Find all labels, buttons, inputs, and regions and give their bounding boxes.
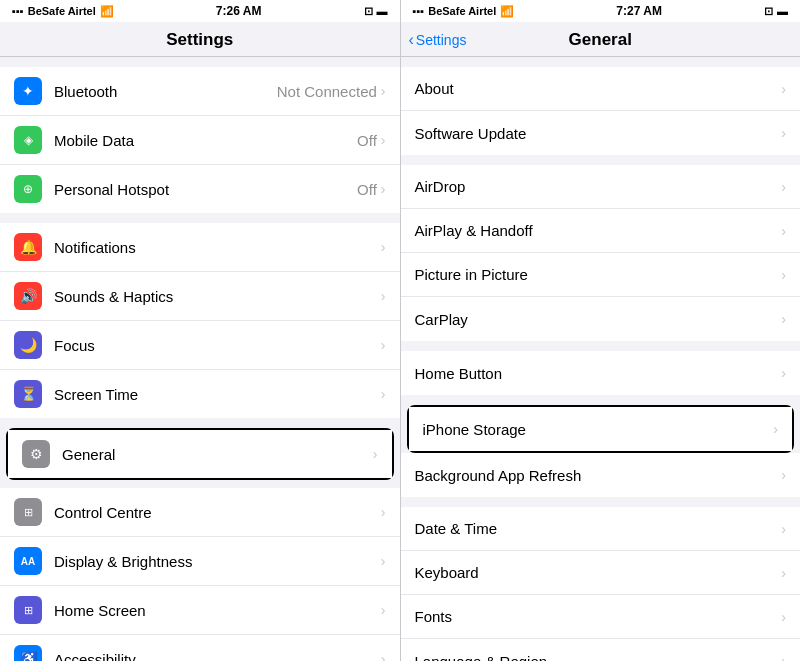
keyboard-item[interactable]: Keyboard › <box>401 551 801 595</box>
background-refresh-item[interactable]: Background App Refresh › <box>401 453 801 497</box>
software-update-item[interactable]: Software Update › <box>401 111 801 155</box>
personal-hotspot-icon: ⊕ <box>14 175 42 203</box>
sounds-chevron: › <box>381 288 386 304</box>
fonts-label: Fonts <box>415 608 782 625</box>
left-status-carrier: ▪▪▪ BeSafe Airtel 📶 <box>12 5 114 18</box>
display-chevron: › <box>381 553 386 569</box>
general-icon: ⚙ <box>22 440 50 468</box>
control-centre-chevron: › <box>381 504 386 520</box>
about-item[interactable]: About › <box>401 67 801 111</box>
notifications-item[interactable]: 🔔 Notifications › <box>0 223 400 272</box>
focus-item[interactable]: 🌙 Focus › <box>0 321 400 370</box>
left-section-appearance: ⊞ Control Centre › AA Display & Brightne… <box>0 488 400 661</box>
left-status-icons: ⊡ ▬ <box>364 5 388 18</box>
general-label: General <box>62 446 373 463</box>
screen-time-chevron: › <box>381 386 386 402</box>
connectivity-list: ✦ Bluetooth Not Connected › ◈ Mobile Dat… <box>0 67 400 213</box>
system-list: 🔔 Notifications › 🔊 Sounds & Haptics › 🌙 <box>0 223 400 418</box>
mobile-data-chevron: › <box>381 132 386 148</box>
left-nav-bar: Settings <box>0 22 400 57</box>
right-scroll-area[interactable]: About › Software Update › AirDrop › AirP… <box>401 57 801 661</box>
right-gap-2 <box>401 341 801 351</box>
iphone-storage-label: iPhone Storage <box>423 421 774 438</box>
keyboard-label: Keyboard <box>415 564 782 581</box>
wifi-icon: 📶 <box>100 5 114 18</box>
language-region-item[interactable]: Language & Region › <box>401 639 801 661</box>
left-gap-1 <box>0 213 400 223</box>
home-screen-label: Home Screen <box>54 602 381 619</box>
back-button[interactable]: ‹ Settings <box>409 31 467 49</box>
background-refresh-label: Background App Refresh <box>415 467 782 484</box>
airplay-handoff-label: AirPlay & Handoff <box>415 222 782 239</box>
picture-in-picture-item[interactable]: Picture in Picture › <box>401 253 801 297</box>
home-button-chevron: › <box>781 365 786 381</box>
background-refresh-chevron: › <box>781 467 786 483</box>
accessibility-chevron: › <box>381 651 386 661</box>
about-label: About <box>415 80 782 97</box>
notifications-label: Notifications <box>54 239 381 256</box>
right-section-hardware: Home Button › <box>401 351 801 395</box>
right-wifi-icon: 📶 <box>500 5 514 18</box>
carrier-name: BeSafe Airtel <box>28 5 96 17</box>
right-section-storage-highlighted: iPhone Storage › <box>407 405 795 453</box>
carplay-label: CarPlay <box>415 311 782 328</box>
keyboard-chevron: › <box>781 565 786 581</box>
right-section-info: About › Software Update › <box>401 67 801 155</box>
back-chevron-icon: ‹ <box>409 31 414 49</box>
carplay-item[interactable]: CarPlay › <box>401 297 801 341</box>
display-item[interactable]: AA Display & Brightness › <box>0 537 400 586</box>
accessibility-item[interactable]: ♿ Accessibility › <box>0 635 400 661</box>
left-scroll-area[interactable]: ✦ Bluetooth Not Connected › ◈ Mobile Dat… <box>0 57 400 661</box>
screen-time-icon: ⏳ <box>14 380 42 408</box>
focus-label: Focus <box>54 337 381 354</box>
notifications-chevron: › <box>381 239 386 255</box>
right-gap-5 <box>401 497 801 507</box>
bluetooth-label: Bluetooth <box>54 83 277 100</box>
airplay-handoff-item[interactable]: AirPlay & Handoff › <box>401 209 801 253</box>
sounds-label: Sounds & Haptics <box>54 288 381 305</box>
left-gap-2 <box>0 418 400 428</box>
control-centre-item[interactable]: ⊞ Control Centre › <box>0 488 400 537</box>
left-screen-title: Settings <box>166 30 233 49</box>
display-icon: AA <box>14 547 42 575</box>
mobile-data-item[interactable]: ◈ Mobile Data Off › <box>0 116 400 165</box>
right-gap-1 <box>401 155 801 165</box>
general-chevron: › <box>373 446 378 462</box>
personal-hotspot-item[interactable]: ⊕ Personal Hotspot Off › <box>0 165 400 213</box>
info-list: About › Software Update › <box>401 67 801 155</box>
personal-hotspot-value: Off <box>357 181 377 198</box>
accessibility-label: Accessibility <box>54 651 381 662</box>
left-status-bar: ▪▪▪ BeSafe Airtel 📶 7:26 AM ⊡ ▬ <box>0 0 400 22</box>
right-status-icons: ⊡ ▬ <box>764 5 788 18</box>
display-label: Display & Brightness <box>54 553 381 570</box>
sounds-item[interactable]: 🔊 Sounds & Haptics › <box>0 272 400 321</box>
right-carrier-name: BeSafe Airtel <box>428 5 496 17</box>
mobile-data-icon: ◈ <box>14 126 42 154</box>
airdrop-chevron: › <box>781 179 786 195</box>
home-button-item[interactable]: Home Button › <box>401 351 801 395</box>
airdrop-item[interactable]: AirDrop › <box>401 165 801 209</box>
fonts-item[interactable]: Fonts › <box>401 595 801 639</box>
right-section-connectivity: AirDrop › AirPlay & Handoff › Picture in… <box>401 165 801 341</box>
date-time-item[interactable]: Date & Time › <box>401 507 801 551</box>
iphone-storage-item[interactable]: iPhone Storage › <box>409 407 793 451</box>
left-status-time: 7:26 AM <box>216 4 262 18</box>
date-time-label: Date & Time <box>415 520 782 537</box>
right-status-carrier: ▪▪▪ BeSafe Airtel 📶 <box>413 5 515 18</box>
right-alarm-icon: ⊡ <box>764 5 773 18</box>
home-screen-item[interactable]: ⊞ Home Screen › <box>0 586 400 635</box>
right-status-bar: ▪▪▪ BeSafe Airtel 📶 7:27 AM ⊡ ▬ <box>401 0 801 22</box>
left-phone-screen: ▪▪▪ BeSafe Airtel 📶 7:26 AM ⊡ ▬ Settings… <box>0 0 400 661</box>
left-section-system: 🔔 Notifications › 🔊 Sounds & Haptics › 🌙 <box>0 223 400 418</box>
control-centre-icon: ⊞ <box>14 498 42 526</box>
right-section-locale: Date & Time › Keyboard › Fonts › Languag… <box>401 507 801 661</box>
general-item[interactable]: ⚙ General › <box>8 430 392 478</box>
right-nav-bar: ‹ Settings General <box>401 22 801 57</box>
right-signal-bars: ▪▪▪ <box>413 5 425 17</box>
picture-in-picture-chevron: › <box>781 267 786 283</box>
right-connectivity-list: AirDrop › AirPlay & Handoff › Picture in… <box>401 165 801 341</box>
home-button-label: Home Button <box>415 365 782 382</box>
bluetooth-value: Not Connected <box>277 83 377 100</box>
bluetooth-item[interactable]: ✦ Bluetooth Not Connected › <box>0 67 400 116</box>
screen-time-item[interactable]: ⏳ Screen Time › <box>0 370 400 418</box>
